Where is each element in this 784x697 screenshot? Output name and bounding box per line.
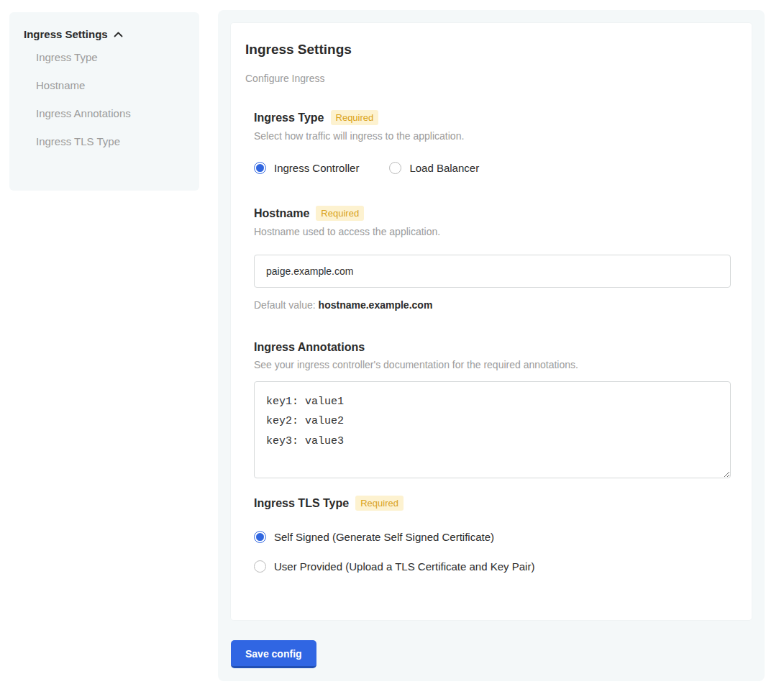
sidebar-item-ingress-tls-type[interactable]: Ingress TLS Type (24, 127, 185, 155)
default-value-prefix: Default value: (254, 299, 316, 311)
sidebar-group-label: Ingress Settings (24, 28, 108, 40)
default-value: hostname.example.com (319, 299, 433, 311)
section-label: Ingress TLS Type (254, 497, 349, 510)
radio-label: Ingress Controller (274, 162, 359, 174)
section-heading: Ingress Type Required (254, 110, 730, 125)
chevron-up-icon (114, 32, 123, 37)
sidebar-item-hostname[interactable]: Hostname (24, 71, 185, 99)
page-subtitle: Configure Ingress (245, 73, 730, 84)
section-help-text: See your ingress controller's documentat… (254, 359, 730, 370)
section-help-text: Hostname used to access the application. (254, 226, 730, 237)
section-ingress-type: Ingress Type Required Select how traffic… (254, 110, 730, 174)
radio-icon (389, 162, 401, 174)
section-label: Ingress Type (254, 111, 324, 124)
default-value-line: Default value:hostname.example.com (254, 299, 730, 311)
section-label: Hostname (254, 207, 309, 220)
radio-label: Load Balancer (409, 162, 479, 174)
config-nav-sidebar: Ingress Settings Ingress Type Hostname I… (9, 12, 199, 191)
tls-type-radio-group: Self Signed (Generate Self Signed Certif… (254, 531, 730, 573)
radio-label: User Provided (Upload a TLS Certificate … (274, 560, 534, 573)
radio-self-signed[interactable]: Self Signed (Generate Self Signed Certif… (254, 531, 730, 543)
radio-load-balancer[interactable]: Load Balancer (389, 162, 479, 174)
config-main-panel: Ingress Settings Configure Ingress Ingre… (218, 10, 765, 681)
radio-icon (254, 162, 266, 174)
hostname-input[interactable] (254, 255, 731, 288)
ingress-type-radio-group: Ingress Controller Load Balancer (254, 162, 730, 174)
save-config-button[interactable]: Save config (231, 640, 316, 668)
section-heading: Ingress TLS Type Required (254, 496, 730, 511)
required-badge: Required (316, 206, 364, 221)
required-badge: Required (355, 496, 404, 511)
radio-icon (254, 560, 266, 573)
card-body: Ingress Type Required Select how traffic… (254, 110, 730, 573)
section-label: Ingress Annotations (254, 341, 365, 354)
section-heading: Ingress Annotations (254, 341, 730, 354)
section-hostname: Hostname Required Hostname used to acces… (254, 206, 730, 311)
sidebar-group-ingress-settings[interactable]: Ingress Settings (24, 28, 185, 43)
sidebar-item-ingress-type[interactable]: Ingress Type (24, 43, 185, 71)
section-heading: Hostname Required (254, 206, 730, 221)
ingress-settings-card: Ingress Settings Configure Ingress Ingre… (231, 23, 752, 620)
ingress-annotations-textarea[interactable]: key1: value1 key2: value2 key3: value3 (254, 381, 731, 478)
radio-icon (254, 531, 266, 543)
radio-user-provided[interactable]: User Provided (Upload a TLS Certificate … (254, 560, 730, 573)
sidebar-item-ingress-annotations[interactable]: Ingress Annotations (24, 99, 185, 127)
section-ingress-annotations: Ingress Annotations See your ingress con… (254, 341, 730, 481)
page-title: Ingress Settings (245, 42, 730, 58)
radio-label: Self Signed (Generate Self Signed Certif… (274, 531, 494, 543)
required-badge: Required (331, 110, 379, 125)
radio-ingress-controller[interactable]: Ingress Controller (254, 162, 359, 174)
section-ingress-tls-type: Ingress TLS Type Required Self Signed (G… (254, 496, 730, 573)
section-help-text: Select how traffic will ingress to the a… (254, 130, 730, 142)
